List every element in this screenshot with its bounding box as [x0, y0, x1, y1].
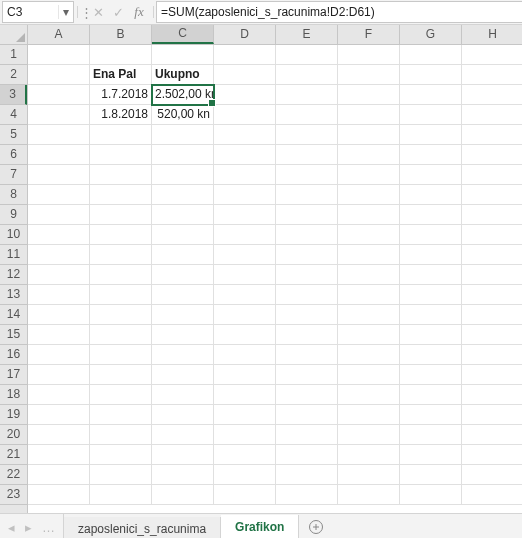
- cell-E17[interactable]: [276, 365, 338, 385]
- row-header-12[interactable]: 12: [0, 265, 27, 285]
- cell-A5[interactable]: [28, 125, 90, 145]
- cell-C10[interactable]: [152, 225, 214, 245]
- cell-E13[interactable]: [276, 285, 338, 305]
- row-header-6[interactable]: 6: [0, 145, 27, 165]
- row-header-20[interactable]: 20: [0, 425, 27, 445]
- cell-C22[interactable]: [152, 465, 214, 485]
- row-header-7[interactable]: 7: [0, 165, 27, 185]
- cell-G22[interactable]: [400, 465, 462, 485]
- cell-A17[interactable]: [28, 365, 90, 385]
- cell-A15[interactable]: [28, 325, 90, 345]
- row-header-4[interactable]: 4: [0, 105, 27, 125]
- cell-D1[interactable]: [214, 45, 276, 65]
- cell-G1[interactable]: [400, 45, 462, 65]
- name-box[interactable]: C3 ▾: [2, 1, 74, 23]
- cell-A19[interactable]: [28, 405, 90, 425]
- cell-G2[interactable]: [400, 65, 462, 85]
- row-header-9[interactable]: 9: [0, 205, 27, 225]
- cell-B12[interactable]: [90, 265, 152, 285]
- cell-E6[interactable]: [276, 145, 338, 165]
- cell-E22[interactable]: [276, 465, 338, 485]
- cell-A2[interactable]: [28, 65, 90, 85]
- cell-D18[interactable]: [214, 385, 276, 405]
- cell-H19[interactable]: [462, 405, 522, 425]
- cell-C20[interactable]: [152, 425, 214, 445]
- row-header-1[interactable]: 1: [0, 45, 27, 65]
- cell-B15[interactable]: [90, 325, 152, 345]
- cell-H1[interactable]: [462, 45, 522, 65]
- cell-B1[interactable]: [90, 45, 152, 65]
- cell-F12[interactable]: [338, 265, 400, 285]
- cell-H4[interactable]: [462, 105, 522, 125]
- cell-F23[interactable]: [338, 485, 400, 505]
- cell-G7[interactable]: [400, 165, 462, 185]
- cell-G6[interactable]: [400, 145, 462, 165]
- cell-D6[interactable]: [214, 145, 276, 165]
- cell-C9[interactable]: [152, 205, 214, 225]
- cell-B22[interactable]: [90, 465, 152, 485]
- cell-D13[interactable]: [214, 285, 276, 305]
- tab-nav-next-icon[interactable]: ▸: [25, 520, 32, 535]
- cell-D15[interactable]: [214, 325, 276, 345]
- column-header-D[interactable]: D: [214, 25, 276, 44]
- cell-B8[interactable]: [90, 185, 152, 205]
- cell-D9[interactable]: [214, 205, 276, 225]
- cell-H12[interactable]: [462, 265, 522, 285]
- cell-A22[interactable]: [28, 465, 90, 485]
- cell-C23[interactable]: [152, 485, 214, 505]
- cell-E10[interactable]: [276, 225, 338, 245]
- row-header-16[interactable]: 16: [0, 345, 27, 365]
- cell-E5[interactable]: [276, 125, 338, 145]
- cell-F21[interactable]: [338, 445, 400, 465]
- cell-G15[interactable]: [400, 325, 462, 345]
- cell-H17[interactable]: [462, 365, 522, 385]
- cell-C12[interactable]: [152, 265, 214, 285]
- cell-A7[interactable]: [28, 165, 90, 185]
- cell-G23[interactable]: [400, 485, 462, 505]
- cell-C5[interactable]: [152, 125, 214, 145]
- cell-C14[interactable]: [152, 305, 214, 325]
- cell-B16[interactable]: [90, 345, 152, 365]
- cell-C1[interactable]: [152, 45, 214, 65]
- cell-F13[interactable]: [338, 285, 400, 305]
- spreadsheet-grid[interactable]: ABCDEFGH 1234567891011121314151617181920…: [0, 25, 522, 513]
- cell-H14[interactable]: [462, 305, 522, 325]
- cell-A10[interactable]: [28, 225, 90, 245]
- cell-H10[interactable]: [462, 225, 522, 245]
- cell-H11[interactable]: [462, 245, 522, 265]
- cell-H3[interactable]: [462, 85, 522, 105]
- cell-A18[interactable]: [28, 385, 90, 405]
- cell-C19[interactable]: [152, 405, 214, 425]
- cell-A8[interactable]: [28, 185, 90, 205]
- cell-B2[interactable]: Ena Pal: [90, 65, 152, 85]
- cell-G11[interactable]: [400, 245, 462, 265]
- cell-D7[interactable]: [214, 165, 276, 185]
- cell-A20[interactable]: [28, 425, 90, 445]
- cell-B4[interactable]: 1.8.2018: [90, 105, 152, 125]
- cell-A16[interactable]: [28, 345, 90, 365]
- cell-C11[interactable]: [152, 245, 214, 265]
- row-header-15[interactable]: 15: [0, 325, 27, 345]
- cell-D8[interactable]: [214, 185, 276, 205]
- row-header-3[interactable]: 3: [0, 85, 27, 105]
- row-header-23[interactable]: 23: [0, 485, 27, 505]
- cell-G13[interactable]: [400, 285, 462, 305]
- cell-F1[interactable]: [338, 45, 400, 65]
- cell-H9[interactable]: [462, 205, 522, 225]
- cell-A13[interactable]: [28, 285, 90, 305]
- cell-D4[interactable]: [214, 105, 276, 125]
- cell-F10[interactable]: [338, 225, 400, 245]
- cell-A23[interactable]: [28, 485, 90, 505]
- cell-F15[interactable]: [338, 325, 400, 345]
- cell-D5[interactable]: [214, 125, 276, 145]
- column-header-F[interactable]: F: [338, 25, 400, 44]
- cell-D17[interactable]: [214, 365, 276, 385]
- cell-E8[interactable]: [276, 185, 338, 205]
- cell-G19[interactable]: [400, 405, 462, 425]
- cell-E14[interactable]: [276, 305, 338, 325]
- cell-F18[interactable]: [338, 385, 400, 405]
- cell-A12[interactable]: [28, 265, 90, 285]
- cell-H8[interactable]: [462, 185, 522, 205]
- row-header-5[interactable]: 5: [0, 125, 27, 145]
- cell-E2[interactable]: [276, 65, 338, 85]
